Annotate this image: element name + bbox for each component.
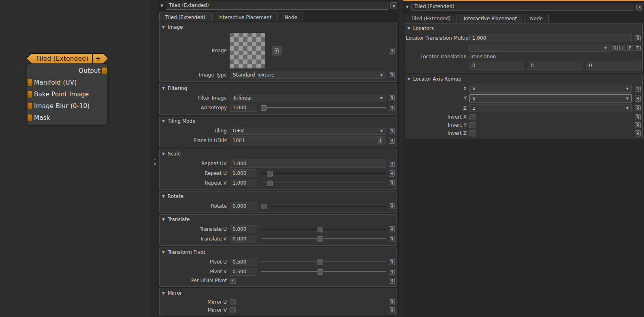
tab-tiled-extended[interactable]: Tiled (Extended) (159, 13, 211, 21)
section-locator-axis-remap-header[interactable]: ▼ Locator Axis Remap (406, 75, 641, 83)
repeat-v-slider[interactable] (261, 180, 386, 186)
reset-button[interactable]: R (635, 96, 641, 102)
spinner-stepper[interactable]: ▲▼ (377, 137, 383, 144)
slider-handle[interactable] (261, 204, 267, 209)
collapse-triangle-icon[interactable]: ▼ (160, 4, 163, 8)
reset-button[interactable]: R (635, 105, 641, 111)
center-panel-title[interactable]: Tiled (Extended) (166, 2, 388, 10)
mirror-v-checkbox[interactable] (230, 307, 236, 313)
invert-z-checkbox[interactable] (469, 130, 476, 136)
invert-y-checkbox[interactable] (469, 122, 476, 128)
panel-splitter[interactable] (152, 0, 158, 317)
place-in-udim-field[interactable]: 1001 ▲▼ (230, 136, 386, 145)
translation-x-field[interactable]: 0 (469, 62, 524, 70)
axis-y-dropdown[interactable]: y ▼ (469, 94, 632, 102)
section-scale-header[interactable]: ▼ Scale (160, 150, 395, 158)
section-tiling-mode-header[interactable]: ▼ Tiling Mode (160, 117, 395, 125)
slider-handle[interactable] (267, 181, 273, 186)
slider-handle[interactable] (318, 260, 323, 265)
rotate-field[interactable]: 0.000 (230, 202, 257, 210)
tab-tiled-extended[interactable]: Tiled (Extended) (405, 14, 457, 23)
tab-node[interactable]: Node (279, 13, 303, 21)
section-filtering-header[interactable]: ▼ Filtering (160, 84, 395, 92)
reset-button[interactable]: R (389, 48, 395, 54)
section-transform-pivot-header[interactable]: ▼ Transform Pivot (160, 248, 395, 256)
section-image-header[interactable]: ▼ Image (160, 23, 395, 31)
reset-button[interactable]: R (389, 161, 395, 167)
reset-button[interactable]: R (389, 259, 395, 265)
slider-handle[interactable] (261, 105, 267, 111)
section-mirror-header[interactable]: ▼ Mirror (160, 289, 395, 297)
per-udim-pivot-checkbox[interactable]: ✓ (230, 278, 236, 284)
load-image-button[interactable] (272, 46, 281, 55)
preset-p-button[interactable]: P (627, 45, 633, 51)
axis-x-dropdown[interactable]: x ▼ (469, 85, 632, 93)
repeat-u-field[interactable]: 1.000 (230, 169, 257, 177)
output-port-connector[interactable] (102, 67, 107, 74)
reset-button[interactable]: R (389, 105, 395, 111)
mirror-u-checkbox[interactable] (230, 299, 236, 305)
preset-add-button[interactable]: + (619, 45, 625, 51)
anisotropy-field[interactable]: 1.000 (230, 104, 257, 112)
tab-interactive-placement[interactable]: Interactive Placement (212, 13, 278, 21)
repeat-u-slider[interactable] (261, 170, 386, 176)
invert-x-checkbox[interactable] (469, 114, 476, 120)
pivot-v-field[interactable]: 0.500 (230, 268, 257, 276)
slider-handle[interactable] (318, 227, 323, 232)
reset-button[interactable]: R (389, 180, 395, 186)
reset-button[interactable]: R (389, 236, 395, 242)
reset-button[interactable]: R (635, 114, 641, 120)
preset-t-button[interactable]: T (635, 45, 641, 51)
reset-button[interactable]: R (389, 299, 395, 305)
node-header[interactable]: Tiled (Extended) + (26, 53, 108, 64)
image-type-dropdown[interactable]: Standard Texture ▼ (230, 71, 386, 79)
reset-button[interactable]: R (389, 278, 395, 284)
translate-u-field[interactable]: 0.000 (230, 225, 257, 233)
right-panel-close-button[interactable]: x (636, 4, 643, 11)
spinner-down-icon[interactable]: ▼ (380, 140, 382, 143)
section-locators-header[interactable]: ▼ Locators (406, 24, 641, 32)
translation-y-field[interactable]: 0 (528, 62, 582, 70)
input-port-connector[interactable] (27, 102, 33, 110)
anisotropy-slider[interactable] (261, 105, 386, 111)
repeat-uv-field[interactable]: 1.000 (230, 160, 386, 168)
reset-button[interactable]: R (389, 138, 395, 144)
reset-button[interactable]: R (389, 170, 395, 177)
rotate-slider[interactable] (261, 203, 386, 209)
input-port-connector[interactable] (27, 90, 33, 98)
reset-button[interactable]: R (635, 86, 641, 92)
tiling-dropdown[interactable]: U+V ▼ (230, 127, 386, 135)
section-rotate-header[interactable]: ▼ Rotate (160, 192, 395, 200)
reset-button[interactable]: R (635, 35, 641, 41)
pivot-u-slider[interactable] (261, 259, 386, 265)
pivot-v-slider[interactable] (261, 269, 386, 274)
reset-button[interactable]: R (389, 203, 395, 209)
splitter-grip-icon[interactable] (154, 160, 156, 168)
reset-button[interactable]: R (635, 130, 641, 136)
slider-handle[interactable] (318, 236, 323, 242)
reset-button[interactable]: R (389, 72, 395, 78)
section-translate-header[interactable]: ▼ Translate (160, 215, 395, 223)
translation-z-field[interactable]: 0 (586, 62, 641, 70)
filter-image-dropdown[interactable]: Trilinear ▼ (230, 94, 386, 102)
reset-button[interactable]: R (635, 122, 641, 128)
right-panel-title[interactable]: Tiled (Extended) (411, 3, 634, 11)
repeat-v-field[interactable]: 1.000 (230, 179, 257, 187)
reset-button[interactable]: R (389, 95, 395, 101)
input-port-connector[interactable] (27, 79, 33, 86)
reset-button[interactable]: R (389, 307, 395, 313)
reset-button[interactable]: R (389, 226, 395, 232)
preset-r-button[interactable]: R (612, 45, 618, 51)
tab-interactive-placement[interactable]: Interactive Placement (458, 14, 523, 23)
node-graph-canvas[interactable]: Tiled (Extended) + Output Manifold (UV) … (0, 0, 152, 317)
translate-v-slider[interactable] (261, 236, 386, 242)
slider-handle[interactable] (267, 171, 273, 177)
reset-button[interactable]: R (389, 128, 395, 134)
image-thumbnail[interactable] (230, 33, 265, 68)
translate-v-field[interactable]: 0.000 (230, 235, 257, 243)
reset-button[interactable]: R (389, 269, 395, 275)
translate-u-slider[interactable] (261, 226, 386, 232)
locator-translation-multiplier-field[interactable]: 1.000 (469, 34, 632, 42)
collapse-triangle-icon[interactable]: ▼ (406, 5, 409, 9)
locator-preset-dropdown[interactable]: ▼ (469, 44, 610, 52)
